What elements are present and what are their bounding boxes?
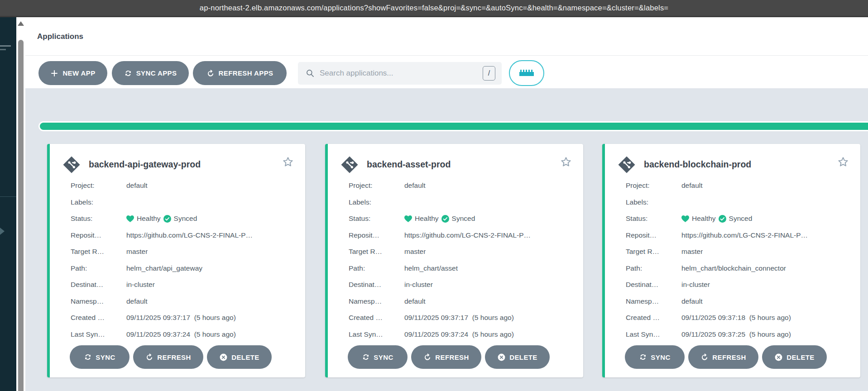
field-namespace: Namesp…default — [71, 293, 298, 310]
card-header: backend-api-gateway-prod — [50, 144, 305, 176]
field-project: Project:default — [71, 177, 298, 194]
favorites-filter-toggle-button[interactable] — [509, 60, 544, 86]
vertical-scrollbar[interactable] — [16, 17, 25, 391]
sync-icon — [84, 353, 92, 361]
scrollbar-up-arrow[interactable] — [18, 21, 24, 26]
refresh-icon — [145, 353, 153, 361]
git-icon — [340, 156, 359, 174]
star-icon — [837, 156, 849, 168]
health-status-text: Healthy — [415, 215, 439, 223]
healthy-heart-icon — [126, 215, 134, 222]
sync-label: SYNC — [651, 353, 670, 361]
nav-sidebar — [0, 17, 16, 391]
star-icon — [282, 156, 294, 168]
field-last-sync: Last Syn…09/11/2025 09:37:24 (5 hours ag… — [71, 326, 298, 343]
sync-button[interactable]: SYNC — [348, 345, 408, 369]
delete-circle-x-icon — [497, 353, 506, 362]
sync-label: SYNC — [96, 353, 115, 361]
browser-url-bar[interactable]: ap-northeast-2.elb.amazonaws.com/applica… — [0, 0, 868, 17]
field-project: Project:default — [626, 177, 853, 194]
application-card-backend-api-gateway-prod[interactable]: backend-api-gateway-prod Project:default… — [47, 144, 305, 377]
sync-apps-button[interactable]: SYNC APPS — [112, 61, 189, 85]
field-destination: Destinat…in-cluster — [71, 277, 298, 293]
field-last-sync: Last Syn…09/11/2025 09:37:25 (5 hours ag… — [626, 326, 853, 343]
card-actions: SYNC REFRESH DELETE — [625, 345, 827, 369]
application-name: backend-blockchain-prod — [644, 159, 751, 170]
search-box: / — [298, 62, 502, 85]
delete-button[interactable]: DELETE — [485, 345, 550, 369]
star-icon — [560, 156, 572, 168]
sync-button[interactable]: SYNC — [625, 345, 685, 369]
field-status: Status: Healthy Synced — [626, 210, 853, 227]
sync-icon — [362, 353, 370, 361]
sync-button[interactable]: SYNC — [70, 345, 129, 369]
refresh-icon — [206, 69, 215, 77]
plus-icon — [50, 69, 58, 77]
sync-label: SYNC — [374, 353, 393, 361]
application-fields: Project:default Labels: Status: Healthy … — [626, 177, 853, 343]
favorite-star-button[interactable] — [837, 156, 849, 170]
field-path: Path:helm_chart/blockchain_connector — [626, 260, 853, 277]
refresh-icon — [423, 353, 432, 361]
health-status-text: Healthy — [137, 215, 161, 223]
field-labels: Labels: — [349, 194, 576, 211]
favorite-star-button[interactable] — [282, 156, 294, 170]
application-name: backend-asset-prod — [367, 159, 451, 170]
application-name: backend-api-gateway-prod — [89, 159, 201, 170]
refresh-button[interactable]: REFRESH — [133, 345, 203, 369]
sync-status-text: Synced — [452, 215, 475, 223]
sidebar-divider — [0, 196, 16, 197]
delete-label: DELETE — [231, 353, 259, 361]
field-repository: Reposit…https://github.com/LG-CNS-2-FINA… — [626, 227, 853, 244]
sidebar-collapse-arrow-icon — [0, 228, 5, 235]
application-card-backend-blockchain-prod[interactable]: backend-blockchain-prod Project:default … — [602, 144, 860, 377]
refresh-label: REFRESH — [712, 353, 746, 361]
healthy-heart-icon — [404, 215, 412, 222]
sync-icon — [124, 69, 132, 77]
healthy-heart-icon — [681, 215, 689, 222]
field-repository: Reposit…https://github.com/LG-CNS-2-FINA… — [349, 227, 576, 244]
field-project: Project:default — [349, 177, 576, 194]
delete-label: DELETE — [786, 353, 815, 361]
refresh-label: REFRESH — [435, 353, 469, 361]
application-card-backend-asset-prod[interactable]: backend-asset-prod Project:default Label… — [325, 144, 583, 377]
git-icon — [618, 156, 636, 174]
new-app-button[interactable]: NEW APP — [38, 61, 107, 85]
sync-icon — [639, 353, 647, 361]
slash-key-label: / — [488, 69, 490, 77]
card-actions: SYNC REFRESH DELETE — [70, 345, 272, 369]
header-divider — [25, 55, 868, 56]
refresh-button[interactable]: REFRESH — [411, 345, 481, 369]
field-status: Status: Healthy Synced — [349, 210, 576, 227]
delete-button[interactable]: DELETE — [762, 345, 827, 369]
applications-toolbar: NEW APP SYNC APPS REFRESH APPS / — [25, 61, 868, 86]
delete-button[interactable]: DELETE — [207, 345, 272, 369]
refresh-button[interactable]: REFRESH — [688, 345, 758, 369]
refresh-label: REFRESH — [157, 353, 191, 361]
search-shortcut-key: / — [483, 66, 495, 81]
new-app-label: NEW APP — [62, 69, 95, 77]
refresh-apps-label: REFRESH APPS — [219, 69, 273, 77]
field-labels: Labels: — [626, 194, 853, 211]
main-panel: Applications NEW APP SYNC APPS REFRESH A… — [25, 17, 868, 391]
refresh-apps-button[interactable]: REFRESH APPS — [193, 61, 287, 85]
card-header: backend-blockchain-prod — [605, 144, 860, 176]
scrollbar-thumb[interactable] — [18, 40, 24, 391]
field-namespace: Namesp…default — [626, 293, 853, 310]
delete-circle-x-icon — [219, 353, 228, 362]
field-namespace: Namesp…default — [349, 293, 576, 310]
search-input[interactable] — [298, 62, 502, 85]
field-created-at: Created …09/11/2025 09:37:17 (5 hours ag… — [71, 310, 298, 326]
application-fields: Project:default Labels: Status: Healthy … — [71, 177, 298, 343]
loading-progress-bar — [38, 121, 868, 131]
application-fields: Project:default Labels: Status: Healthy … — [349, 177, 576, 343]
field-destination: Destinat…in-cluster — [349, 277, 576, 293]
field-created-at: Created …09/11/2025 09:37:17 (5 hours ag… — [349, 310, 576, 326]
sync-status-text: Synced — [729, 215, 753, 223]
field-status: Status: Healthy Synced — [71, 210, 298, 227]
delete-circle-x-icon — [774, 353, 783, 362]
field-created-at: Created …09/11/2025 09:37:18 (5 hours ag… — [626, 310, 853, 326]
field-target-revision: Target R…master — [71, 243, 298, 260]
favorite-star-button[interactable] — [560, 156, 572, 170]
page-title: Applications — [37, 32, 83, 41]
